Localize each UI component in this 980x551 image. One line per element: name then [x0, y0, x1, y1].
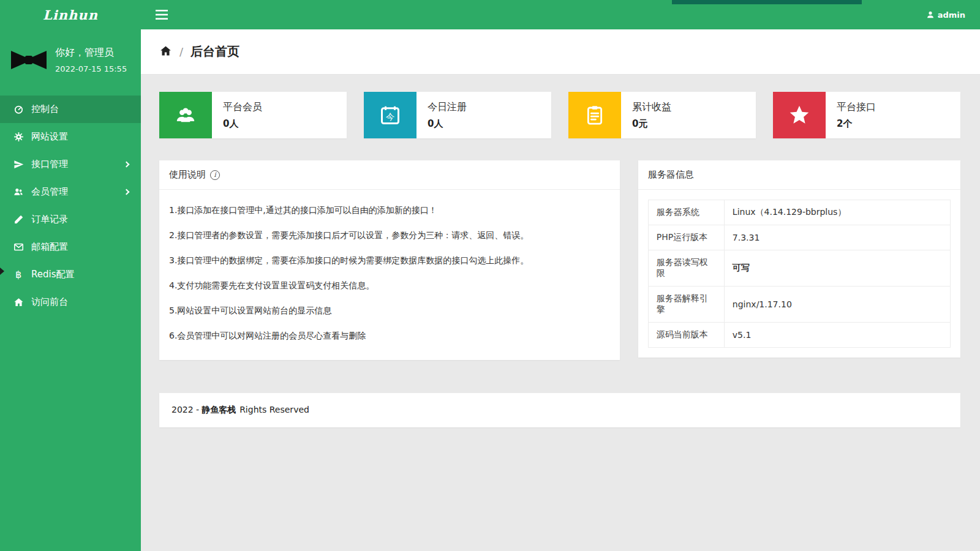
- server-body: 服务器系统 Linux（4.14.129-bbrplus） PHP运行版本 7.…: [638, 190, 960, 358]
- usage-line: 6.会员管理中可以对网站注册的会员尽心查看与删除: [169, 331, 610, 342]
- users-icon: [159, 92, 212, 138]
- stat-text: 累计收益 0元: [621, 92, 682, 138]
- server-row-label: 服务器解释引擎: [648, 287, 724, 323]
- sidebar-toggle-button[interactable]: [156, 10, 168, 20]
- stat-value: 0人: [428, 118, 467, 130]
- stats-row: 平台会员 0人 今 今日注册 0人: [159, 92, 960, 138]
- server-row-label: PHP运行版本: [648, 225, 724, 250]
- sidebar-item-label: 网站设置: [31, 131, 68, 143]
- sidebar-item-label: 接口管理: [31, 159, 68, 170]
- stat-card-total-revenue: 累计收益 0元: [568, 92, 756, 138]
- main-area: admin / 后台首页 平台会员 0人: [141, 0, 980, 551]
- chevron-right-icon: [124, 189, 130, 195]
- brand-logo[interactable]: Linhun: [0, 0, 141, 29]
- app-root: Linhun 你好，管理员 2022-07-15 15:55 控制台: [0, 0, 980, 551]
- bitcoin-icon: ฿: [12, 270, 24, 280]
- sidebar-resize-handle[interactable]: [0, 268, 4, 275]
- brand-logo-text: Linhun: [43, 7, 98, 23]
- stat-title: 平台接口: [837, 101, 876, 114]
- usage-panel: 使用说明 i 1.接口添加在接口管理中,通过其的接口添加可以自由的添加新的接口！…: [159, 160, 620, 360]
- home-icon: [12, 297, 24, 307]
- sidebar-item-member-management[interactable]: 会员管理: [0, 178, 141, 206]
- server-row-label: 服务器系统: [648, 200, 724, 225]
- server-row-value: 可写: [724, 250, 950, 287]
- sidebar-item-redis-config[interactable]: ฿ Redis配置: [0, 261, 141, 288]
- dashboard-icon: [12, 104, 24, 114]
- page-title: 后台首页: [190, 43, 239, 60]
- chevron-right-icon: [124, 162, 130, 168]
- stat-card-platform-apis: 平台接口 2个: [773, 92, 960, 138]
- table-row: 源码当前版本 v5.1: [648, 323, 950, 348]
- stat-title: 今日注册: [428, 101, 467, 114]
- sidebar-item-dashboard[interactable]: 控制台: [0, 96, 141, 123]
- bowtie-avatar-icon: [10, 50, 48, 70]
- stat-card-today-registrations: 今 今日注册 0人: [364, 92, 551, 138]
- sidebar-item-label: 会员管理: [31, 186, 68, 198]
- usage-line: 2.接口管理者的参数设置，需要先添加接口后才可以设置，参数分为三种：请求、返回、…: [169, 230, 610, 241]
- table-row: 服务器解释引擎 nginx/1.17.10: [648, 287, 950, 323]
- sidebar-item-visit-frontend[interactable]: 访问前台: [0, 288, 141, 316]
- sidebar-item-label: 控制台: [31, 103, 59, 115]
- usage-line: 3.接口管理中的数据绑定，需要在添加接口的时候为需要绑定数据库数据的接口勾选上此…: [169, 255, 610, 266]
- stat-text: 平台会员 0人: [212, 92, 273, 138]
- envelope-icon: [12, 242, 24, 252]
- usage-panel-title: 使用说明: [169, 169, 206, 181]
- server-row-label: 服务器读写权限: [648, 250, 724, 287]
- sidebar-user-panel: 你好，管理员 2022-07-15 15:55: [0, 29, 141, 92]
- usage-body: 1.接口添加在接口管理中,通过其的接口添加可以自由的添加新的接口！ 2.接口管理…: [159, 190, 620, 360]
- table-row: 服务器系统 Linux（4.14.129-bbrplus）: [648, 200, 950, 225]
- server-info-table: 服务器系统 Linux（4.14.129-bbrplus） PHP运行版本 7.…: [648, 200, 951, 348]
- sidebar-item-site-settings[interactable]: 网站设置: [0, 123, 141, 151]
- sidebar: Linhun 你好，管理员 2022-07-15 15:55 控制台: [0, 0, 141, 551]
- table-row: 服务器读写权限 可写: [648, 250, 950, 287]
- stat-title: 累计收益: [632, 101, 671, 114]
- topbar-username: admin: [938, 10, 965, 20]
- clipboard-icon: [568, 92, 621, 138]
- sidebar-item-api-management[interactable]: 接口管理: [0, 151, 141, 178]
- user-meta: 你好，管理员 2022-07-15 15:55: [55, 47, 127, 73]
- server-info-panel: 服务器信息 服务器系统 Linux（4.14.129-bbrplus） PHP运…: [638, 160, 960, 358]
- stat-card-platform-members: 平台会员 0人: [159, 92, 347, 138]
- server-row-value: v5.1: [724, 323, 950, 348]
- stat-title: 平台会员: [223, 101, 262, 114]
- panels-row: 使用说明 i 1.接口添加在接口管理中,通过其的接口添加可以自由的添加新的接口！…: [159, 160, 960, 360]
- sidebar-item-order-records[interactable]: 订单记录: [0, 206, 141, 233]
- server-row-value: Linux（4.14.129-bbrplus）: [724, 200, 950, 225]
- usage-line: 5.网站设置中可以设置网站前台的显示信息: [169, 305, 610, 317]
- footer: 2022 -静鱼客栈Rights Reserved: [159, 393, 960, 427]
- sidebar-item-label: Redis配置: [31, 269, 74, 280]
- table-row: PHP运行版本 7.3.31: [648, 225, 950, 250]
- user-greeting: 你好，管理员: [55, 47, 127, 59]
- usage-line: 4.支付功能需要先在支付设置里设置码支付相关信息。: [169, 280, 610, 291]
- usage-panel-header: 使用说明 i: [159, 160, 620, 190]
- paper-plane-icon: [12, 159, 24, 170]
- topbar: admin: [141, 0, 980, 29]
- stat-value: 0人: [223, 118, 262, 130]
- content: 平台会员 0人 今 今日注册 0人: [141, 75, 980, 551]
- server-row-value: nginx/1.17.10: [724, 287, 950, 323]
- topbar-user-menu[interactable]: admin: [926, 10, 965, 20]
- gear-icon: [12, 132, 24, 142]
- breadcrumb-separator: /: [179, 45, 183, 58]
- stat-text: 平台接口 2个: [826, 92, 887, 138]
- breadcrumb: / 后台首页: [141, 29, 980, 75]
- info-icon[interactable]: i: [210, 170, 220, 180]
- server-panel-title: 服务器信息: [648, 169, 694, 181]
- footer-brand: 静鱼客栈: [202, 405, 236, 414]
- stat-text: 今日注册 0人: [417, 92, 478, 138]
- server-panel-header: 服务器信息: [638, 160, 960, 190]
- footer-year: 2022 -: [172, 405, 199, 414]
- server-row-value: 7.3.31: [724, 225, 950, 250]
- footer-rights: Rights Reserved: [239, 405, 309, 414]
- server-row-label: 源码当前版本: [648, 323, 724, 348]
- top-progress-strip: [672, 0, 862, 4]
- sidebar-menu: 控制台 网站设置 接口管理 会员管理: [0, 96, 141, 316]
- calendar-today-icon: 今: [364, 92, 417, 138]
- stat-value: 0元: [632, 118, 671, 130]
- usage-line: 1.接口添加在接口管理中,通过其的接口添加可以自由的添加新的接口！: [169, 205, 610, 216]
- users-icon: [12, 187, 24, 197]
- sidebar-item-email-config[interactable]: 邮箱配置: [0, 233, 141, 261]
- sidebar-item-label: 订单记录: [31, 214, 68, 225]
- breadcrumb-home-icon[interactable]: [159, 45, 172, 59]
- edit-icon: [12, 214, 24, 225]
